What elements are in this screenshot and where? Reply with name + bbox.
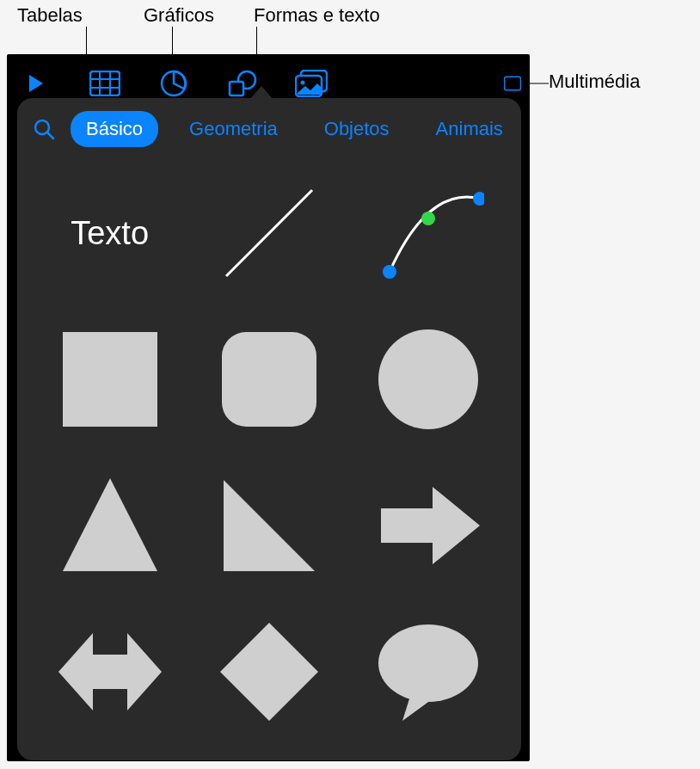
- callout-charts: Gráficos: [144, 4, 214, 27]
- search-icon[interactable]: [33, 115, 55, 143]
- tab-objects[interactable]: Objetos: [309, 111, 405, 147]
- shape-circle[interactable]: [368, 323, 488, 435]
- shapes-grid: Texto: [17, 160, 521, 760]
- shape-diamond[interactable]: [209, 616, 329, 728]
- shape-line[interactable]: [209, 177, 329, 289]
- svg-point-11: [301, 81, 305, 85]
- callout-media: Multimédia: [549, 71, 640, 93]
- svg-rect-1: [90, 71, 120, 95]
- shape-curve[interactable]: [368, 177, 488, 289]
- svg-point-18: [473, 192, 484, 206]
- svg-point-22: [378, 624, 478, 702]
- shape-rounded-square[interactable]: [209, 323, 329, 435]
- svg-line-14: [47, 132, 53, 138]
- svg-point-17: [421, 212, 435, 225]
- tab-geometry[interactable]: Geometria: [174, 111, 293, 147]
- svg-point-21: [378, 329, 478, 429]
- shape-text[interactable]: Texto: [50, 177, 170, 289]
- shape-speech-bubble[interactable]: [368, 616, 488, 728]
- text-shape-label: Texto: [71, 215, 149, 252]
- shape-double-arrow[interactable]: [50, 616, 170, 728]
- shape-arrow-right[interactable]: [368, 470, 488, 581]
- svg-rect-20: [222, 332, 316, 427]
- shape-right-triangle[interactable]: [209, 470, 329, 581]
- tab-basic[interactable]: Básico: [71, 111, 158, 147]
- svg-rect-12: [505, 77, 521, 90]
- shapes-popup: Básico Geometria Objetos Animais N Texto: [17, 98, 521, 760]
- svg-point-16: [383, 265, 396, 279]
- svg-rect-19: [63, 332, 157, 427]
- shape-triangle[interactable]: [50, 470, 170, 581]
- svg-rect-8: [230, 82, 243, 95]
- callout-tables: Tabelas: [17, 4, 83, 27]
- category-bar: Básico Geometria Objetos Animais N: [17, 98, 521, 160]
- tab-animals[interactable]: Animais: [421, 111, 519, 147]
- callout-shapes-text: Formas e texto: [254, 4, 380, 27]
- svg-line-15: [226, 190, 312, 276]
- shape-square[interactable]: [50, 323, 170, 435]
